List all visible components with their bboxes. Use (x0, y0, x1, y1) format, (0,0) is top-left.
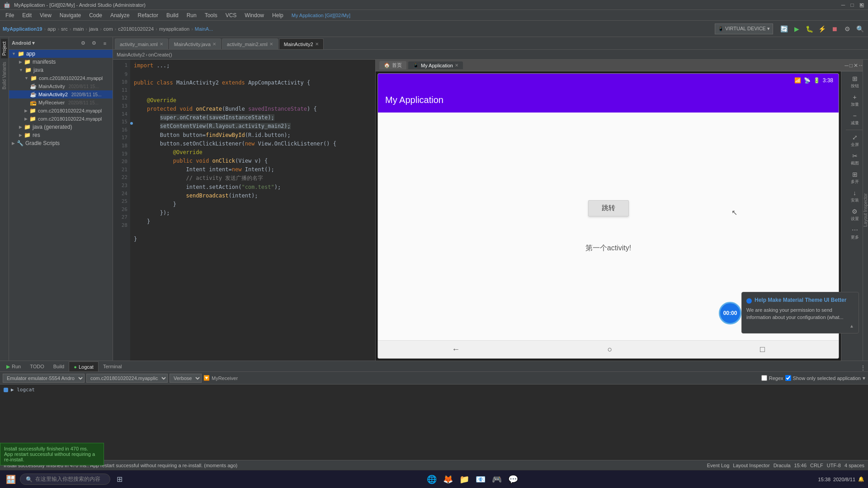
show-selected-checkbox-label[interactable]: Show only selected application (785, 375, 861, 381)
show-selected-checkbox[interactable] (785, 375, 791, 381)
btn-screenshot[interactable]: ✂ 截图 (845, 150, 865, 168)
btn-vol-down[interactable]: − 减量 (845, 110, 865, 128)
stop-button[interactable]: ⏹ (829, 23, 840, 34)
btn-install[interactable]: ↓ 安装 (845, 188, 865, 205)
settings-button[interactable]: ⚙ (842, 23, 853, 34)
close-tab-1[interactable]: ✕ (160, 42, 163, 47)
project-settings-btn[interactable]: ⚙ (89, 38, 99, 48)
tree-item-java[interactable]: ▼ 📁 java (9, 66, 113, 74)
minimize-button[interactable]: ─ (840, 2, 846, 8)
menu-bar: File Edit View Navigate Code Analyze Ref… (0, 10, 868, 21)
filter-icon[interactable]: 🔽 (203, 375, 210, 381)
tab-activity-main2-xml[interactable]: activity_main2.xml ✕ (222, 38, 278, 49)
tab-logcat[interactable]: ● Logcat (69, 361, 99, 371)
taskbar-mail[interactable]: 📧 (473, 472, 488, 487)
sync-button[interactable]: 🔄 (778, 23, 789, 34)
profile-button[interactable]: ⚡ (816, 23, 827, 34)
tree-item-com3[interactable]: ▶ 📁 com.c201801020224.myappl (9, 115, 113, 123)
tab-terminal[interactable]: Terminal (99, 361, 127, 371)
tree-item-gradle[interactable]: ▶ 🔧 Gradle Scripts (9, 139, 113, 147)
vtab-project[interactable]: Project (1, 39, 8, 58)
run-button[interactable]: ▶ (791, 23, 802, 34)
taskbar-chat[interactable]: 💬 (506, 472, 520, 487)
regex-checkbox[interactable] (761, 375, 767, 381)
btn-multi[interactable]: ⊞ 多开 (845, 169, 865, 187)
menu-tools[interactable]: Tools (201, 11, 221, 19)
regex-checkbox-label[interactable]: Regex (761, 375, 783, 381)
app-path-label: My Application [Git][02/My] (292, 13, 350, 18)
tree-item-java-gen[interactable]: ▶ 📁 java (generated) (9, 123, 113, 131)
tree-item-res[interactable]: ▶ 📁 res (9, 131, 113, 139)
tab-run[interactable]: ▶ Run (2, 361, 25, 371)
device-selector[interactable]: 📱 VIRTUAL DEVICE ▾ (715, 23, 773, 34)
menu-help[interactable]: Help (269, 11, 287, 19)
tree-item-app[interactable]: ▼ 📁 app (9, 50, 113, 58)
tree-item-com2[interactable]: ▶ 📁 com.c201801020224.myappl (9, 107, 113, 115)
layout-inspector-link[interactable]: Layout Inspector (733, 463, 769, 468)
taskbar-explorer[interactable]: 📁 (457, 472, 472, 487)
sync-project-btn[interactable]: ⚙ (78, 38, 88, 48)
debug-button[interactable]: 🐛 (804, 23, 815, 34)
tree-item-mainactivity[interactable]: ☕ MainActivity 2020/8/11 15... (9, 82, 113, 90)
emu-maximize[interactable]: □ (849, 62, 853, 69)
nav-back[interactable]: ← (452, 345, 460, 354)
emulator-selector[interactable]: Emulator emulator-5554 Andro (3, 374, 85, 383)
menu-code[interactable]: Code (85, 11, 106, 19)
jump-button[interactable]: 跳转 (588, 200, 629, 216)
close-tab-4[interactable]: ✕ (315, 42, 319, 47)
close-tab-3[interactable]: ✕ (269, 42, 273, 47)
bottom-panel-more[interactable]: ⋮ (860, 364, 866, 371)
menu-window[interactable]: Window (241, 11, 268, 19)
layout-explorer-panel[interactable]: Layout Inspector (863, 60, 868, 361)
task-view-button[interactable]: ⊞ (112, 472, 127, 487)
tree-item-myreceiver[interactable]: 📻 MyReceiver 2020/8/11 15... (9, 99, 113, 107)
taskbar-notification[interactable]: 🔔 (858, 476, 864, 482)
maximize-button[interactable]: □ (849, 2, 855, 8)
btn-power[interactable]: ⊞ 按钮 (845, 73, 865, 91)
menu-build[interactable]: Build (163, 11, 182, 19)
taskbar-chrome[interactable]: 🌐 (425, 472, 439, 487)
tree-item-manifests[interactable]: ▶ 📁 manifests (9, 58, 113, 66)
close-tab-2[interactable]: ✕ (212, 42, 216, 47)
tab-todo[interactable]: TODO (25, 361, 49, 371)
timer-badge[interactable]: 00:00 (719, 302, 741, 324)
menu-refactor[interactable]: Refactor (134, 11, 162, 19)
search-everywhere-button[interactable]: 🔍 (854, 23, 865, 34)
menu-analyze[interactable]: Analyze (107, 11, 133, 19)
package-selector[interactable]: com.c201801020224.myapplicatio (86, 374, 168, 383)
emu-minimize[interactable]: ─ (844, 62, 849, 69)
close-emu-tab[interactable]: ✕ (455, 63, 458, 68)
code-body[interactable]: import ...; public class MainActivity2 e… (130, 60, 375, 361)
emu-tab-myapp[interactable]: 📱 My Application ✕ (408, 61, 463, 69)
start-button[interactable]: 🪟 (4, 472, 18, 487)
emu-tab-home[interactable]: 🏠 首页 (379, 61, 406, 70)
btn-settings[interactable]: ⚙ 设置 (845, 206, 865, 224)
emu-close[interactable]: ✕ (854, 62, 858, 69)
nav-recents[interactable]: □ (760, 345, 765, 354)
menu-run[interactable]: Run (183, 11, 200, 19)
event-log-link[interactable]: Event Log (707, 463, 730, 468)
taskbar-search[interactable]: 🔍 在这里输入你想搜索的内容 (20, 474, 110, 485)
menu-file[interactable]: File (2, 11, 18, 19)
taskbar-firefox[interactable]: 🦊 (441, 472, 455, 487)
tree-item-com1[interactable]: ▼ 📁 com.c201801020224.myappl (9, 74, 113, 82)
nav-home[interactable]: ○ (608, 345, 613, 354)
notif-header: Help Make Material Theme UI Better (746, 297, 854, 305)
vtab-build[interactable]: Build Variants (1, 59, 8, 92)
tab-build[interactable]: Build (49, 361, 69, 371)
log-level-selector[interactable]: Verbose (170, 374, 202, 383)
project-more-btn[interactable]: ≡ (100, 38, 110, 48)
menu-edit[interactable]: Edit (19, 11, 35, 19)
taskbar-game[interactable]: 🎮 (490, 472, 504, 487)
tab-mainactivity-java[interactable]: MainActivity.java ✕ (169, 38, 221, 49)
menu-vcs[interactable]: VCS (222, 11, 241, 19)
btn-vol-up[interactable]: + 加量 (845, 92, 865, 109)
logcat-more-btn[interactable]: ▾ (863, 375, 865, 381)
menu-navigate[interactable]: Navigate (56, 11, 85, 19)
tree-item-mainactivity2[interactable]: ☕ MainActivity2 2020/8/11 15... (9, 90, 113, 99)
btn-more[interactable]: ⋯ 更多 (845, 225, 865, 242)
menu-view[interactable]: View (36, 11, 55, 19)
tab-activity-main-xml[interactable]: activity_main.xml ✕ (115, 38, 168, 49)
btn-fullscreen[interactable]: ⤢ 全屏 (845, 132, 865, 150)
tab-mainactivity2[interactable]: MainActivity2 ✕ (279, 38, 324, 49)
